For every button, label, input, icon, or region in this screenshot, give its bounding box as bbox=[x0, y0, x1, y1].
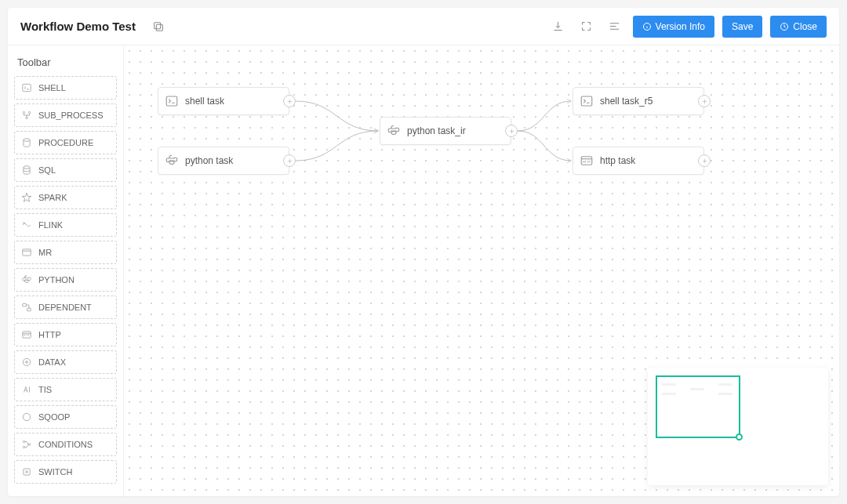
tool-item-sqoop[interactable]: SQOOP bbox=[14, 405, 117, 429]
http-icon: HTTP bbox=[580, 154, 594, 168]
sub_process-icon bbox=[21, 110, 32, 121]
tool-item-label: SWITCH bbox=[38, 467, 72, 477]
http-icon: HTTP bbox=[21, 329, 32, 340]
procedure-icon bbox=[21, 137, 32, 148]
svg-point-7 bbox=[26, 117, 27, 118]
node-n1[interactable]: shell task bbox=[158, 87, 289, 115]
tool-item-spark[interactable]: SPARK bbox=[14, 186, 117, 209]
tool-item-label: SQOOP bbox=[38, 412, 70, 422]
minimap-viewport[interactable] bbox=[656, 375, 740, 438]
tool-item-label: HTTP bbox=[38, 330, 61, 339]
tool-item-label: CONDITIONS bbox=[38, 440, 93, 449]
sql-icon bbox=[21, 165, 32, 176]
tool-item-label: FLINK bbox=[38, 220, 63, 230]
tool-item-datax[interactable]: DATAX bbox=[14, 350, 117, 374]
svg-point-9 bbox=[24, 166, 30, 169]
tool-item-tis[interactable]: TIS bbox=[14, 378, 117, 401]
tool-item-label: SHELL bbox=[38, 83, 66, 92]
flink-icon bbox=[21, 219, 32, 230]
spark-icon bbox=[21, 192, 32, 203]
shell-icon bbox=[580, 94, 594, 108]
tool-item-label: PROCEDURE bbox=[38, 138, 93, 147]
node-add-output[interactable] bbox=[505, 125, 518, 137]
svg-rect-1 bbox=[154, 22, 161, 28]
node-label: python task_ir bbox=[407, 125, 504, 136]
tis-icon bbox=[21, 384, 32, 395]
svg-text:HTTP: HTTP bbox=[23, 334, 31, 337]
node-n5[interactable]: HTTPhttp task bbox=[573, 147, 704, 175]
tool-item-shell[interactable]: SHELL bbox=[14, 76, 117, 100]
node-add-output[interactable] bbox=[698, 95, 711, 107]
save-button[interactable]: Save bbox=[722, 16, 762, 38]
node-add-output[interactable] bbox=[283, 154, 296, 167]
tool-item-label: PYTHON bbox=[38, 275, 75, 285]
tool-item-switch[interactable]: SWITCH bbox=[14, 460, 117, 484]
minimap-resize-handle[interactable] bbox=[736, 433, 743, 441]
node-label: shell task bbox=[185, 96, 282, 107]
workflow-canvas[interactable]: shell taskpython taskpython task_irshell… bbox=[124, 45, 839, 496]
svg-point-17 bbox=[23, 413, 30, 420]
tool-item-label: MR bbox=[38, 248, 52, 257]
svg-rect-0 bbox=[156, 24, 162, 31]
tool-item-label: SUB_PROCESS bbox=[38, 111, 104, 120]
svg-text:HTTP: HTTP bbox=[583, 160, 591, 164]
edge-n2-n3 bbox=[296, 131, 378, 161]
node-n4[interactable]: shell task_r5 bbox=[573, 87, 704, 115]
edge-n1-n3 bbox=[296, 101, 378, 131]
svg-rect-22 bbox=[166, 96, 177, 106]
node-n3[interactable]: python task_ir bbox=[380, 117, 511, 145]
close-button[interactable]: Close bbox=[770, 16, 827, 38]
node-label: http task bbox=[600, 155, 697, 166]
svg-rect-13 bbox=[27, 308, 31, 311]
tool-item-conditions[interactable]: CONDITIONS bbox=[14, 433, 117, 456]
svg-rect-12 bbox=[23, 303, 27, 306]
fullscreen-icon[interactable] bbox=[576, 16, 597, 37]
tool-item-mr[interactable]: MR bbox=[14, 241, 117, 264]
svg-point-19 bbox=[23, 446, 24, 448]
tool-item-label: TIS bbox=[38, 385, 52, 394]
tool-item-label: SPARK bbox=[38, 193, 67, 202]
tool-item-http[interactable]: HTTPHTTP bbox=[14, 323, 117, 346]
svg-rect-23 bbox=[581, 96, 592, 106]
tool-item-sub_process[interactable]: SUB_PROCESS bbox=[14, 103, 117, 127]
save-label: Save bbox=[732, 21, 753, 32]
node-add-output[interactable] bbox=[283, 95, 296, 107]
shell-icon bbox=[21, 82, 32, 93]
dependent-icon bbox=[21, 302, 32, 313]
svg-point-8 bbox=[24, 139, 30, 142]
tool-item-label: SQL bbox=[38, 165, 56, 175]
node-n2[interactable]: python task bbox=[158, 147, 289, 175]
svg-rect-4 bbox=[23, 84, 31, 91]
conditions-icon bbox=[21, 439, 32, 450]
svg-point-5 bbox=[23, 111, 24, 113]
close-label: Close bbox=[793, 21, 817, 32]
tool-item-dependent[interactable]: DEPENDENT bbox=[14, 296, 117, 319]
toolbar-sidebar: Toolbar SHELLSUB_PROCESSPROCEDURESQLSPAR… bbox=[8, 45, 124, 496]
copy-icon[interactable] bbox=[148, 16, 169, 37]
tool-item-sql[interactable]: SQL bbox=[14, 158, 117, 182]
python-icon bbox=[165, 154, 179, 168]
header-bar: Workflow Demo Test bbox=[8, 8, 839, 45]
format-icon[interactable] bbox=[605, 16, 625, 37]
edge-n3-n4 bbox=[518, 101, 571, 131]
svg-point-10 bbox=[24, 223, 25, 224]
sqoop-icon bbox=[21, 412, 32, 422]
python-icon bbox=[21, 274, 32, 285]
download-icon[interactable] bbox=[548, 16, 569, 37]
node-label: shell task_r5 bbox=[600, 96, 697, 107]
datax-icon bbox=[21, 357, 32, 368]
python-icon bbox=[387, 124, 401, 138]
version-info-label: Version Info bbox=[656, 21, 705, 32]
edge-n3-n5 bbox=[518, 131, 571, 161]
tool-item-flink[interactable]: FLINK bbox=[14, 213, 117, 237]
minimap[interactable] bbox=[648, 368, 828, 485]
svg-rect-11 bbox=[23, 249, 31, 256]
svg-point-18 bbox=[23, 441, 24, 442]
version-info-button[interactable]: Version Info bbox=[633, 16, 714, 38]
node-add-output[interactable] bbox=[698, 154, 711, 167]
page-title: Workflow Demo Test bbox=[20, 20, 136, 33]
tool-item-python[interactable]: PYTHON bbox=[14, 268, 117, 292]
tool-item-procedure[interactable]: PROCEDURE bbox=[14, 131, 117, 154]
mr-icon bbox=[21, 247, 32, 258]
switch-icon bbox=[21, 466, 32, 477]
